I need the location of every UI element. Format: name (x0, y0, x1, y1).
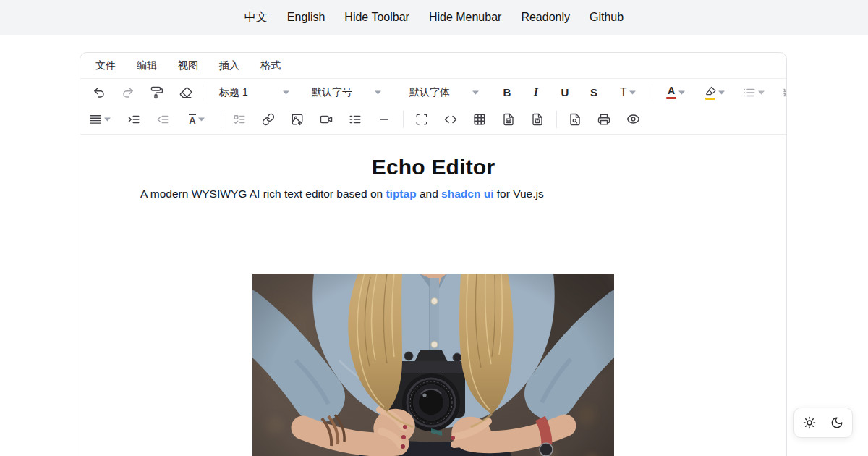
fullscreen-icon (415, 113, 428, 126)
toolbar-row-2: A (80, 106, 786, 132)
horizontal-rule-button[interactable] (373, 108, 396, 131)
redo-icon (122, 86, 135, 99)
nav-hide-menubar[interactable]: Hide Menubar (429, 11, 502, 24)
font-color-button[interactable]: A (659, 81, 692, 104)
page-title: Echo Editor (140, 154, 726, 180)
code-icon (444, 113, 457, 126)
light-mode-button[interactable] (798, 411, 821, 434)
subtitle-text: and (417, 187, 441, 200)
fullscreen-button[interactable] (410, 108, 433, 131)
font-color-icon: A (666, 85, 676, 99)
table-button[interactable] (468, 108, 491, 131)
sun-icon (803, 416, 816, 429)
dark-mode-button[interactable] (825, 411, 848, 434)
chevron-down-icon (472, 90, 479, 95)
nav-lang-english[interactable]: English (287, 11, 325, 24)
menu-insert[interactable]: 插入 (219, 59, 239, 72)
nav-hide-toolbar[interactable]: Hide Toolbar (344, 11, 409, 24)
nav-readonly[interactable]: Readonly (521, 11, 570, 24)
table-icon (473, 113, 486, 126)
image-upload-icon (291, 113, 304, 126)
clear-format-button[interactable] (174, 81, 197, 104)
indent-button[interactable] (122, 108, 145, 131)
text-style-button[interactable]: T (611, 81, 644, 104)
chevron-down-icon (198, 117, 205, 122)
task-list-icon (233, 113, 246, 126)
chevron-down-icon (283, 90, 289, 95)
table-of-contents-button[interactable] (344, 108, 367, 131)
export-word-button[interactable] (526, 108, 549, 131)
code-block-button[interactable] (439, 108, 462, 131)
subtitle: A modern WYSIWYG AI rich text editor bas… (140, 186, 726, 202)
toolbar-divider (652, 84, 652, 101)
image-upload-button[interactable] (286, 108, 309, 131)
chevron-down-icon (375, 90, 381, 95)
toolbar-divider (205, 84, 205, 101)
bold-button[interactable]: B (495, 81, 519, 104)
indent-icon (127, 113, 140, 126)
undo-button[interactable] (88, 81, 111, 104)
minus-icon (378, 113, 391, 126)
italic-button[interactable]: I (524, 81, 548, 104)
export-word-icon (531, 113, 544, 126)
tiptap-link[interactable]: tiptap (386, 187, 416, 200)
italic-icon: I (534, 87, 538, 98)
nav-github[interactable]: Github (590, 11, 624, 24)
editor-menubar: 文件 编辑 视图 插入 格式 (80, 53, 786, 79)
import-word-button[interactable] (497, 108, 520, 131)
align-button[interactable] (83, 108, 116, 131)
preview-button[interactable] (621, 108, 644, 131)
file-search-icon (569, 113, 582, 126)
find-replace-button[interactable] (563, 108, 587, 131)
underline-button[interactable]: U (553, 81, 576, 104)
format-painter-button[interactable] (145, 81, 169, 104)
heading-select-value: 标题 1 (219, 86, 248, 99)
table-of-contents-icon (349, 113, 362, 126)
highlight-color-swatch (705, 98, 715, 100)
heading-select[interactable]: 标题 1 (212, 81, 297, 104)
eraser-icon (179, 86, 192, 99)
link-button[interactable] (257, 108, 280, 131)
print-button[interactable] (592, 108, 616, 131)
editor-content[interactable]: Echo Editor A modern WYSIWYG AI rich tex… (80, 135, 786, 456)
bullet-list-icon (743, 86, 756, 99)
line-height-button[interactable]: A (180, 108, 213, 131)
moon-icon (830, 416, 843, 429)
type-icon: T (620, 87, 627, 98)
task-list-button[interactable] (228, 108, 251, 131)
nav-lang-zh[interactable]: 中文 (244, 10, 268, 25)
printer-icon (597, 113, 610, 126)
shadcn-link[interactable]: shadcn ui (441, 187, 493, 200)
undo-icon (93, 86, 106, 99)
strikethrough-button[interactable]: S (582, 81, 605, 104)
font-family-select[interactable]: 默认字体 (402, 81, 486, 104)
redo-button[interactable] (116, 81, 140, 104)
chevron-down-icon (718, 90, 725, 95)
highlight-button[interactable] (698, 81, 731, 104)
eye-icon (626, 112, 640, 126)
hero-image: ZENIT (252, 274, 614, 456)
toolbar-divider (403, 111, 404, 128)
bold-icon: B (503, 87, 511, 98)
font-size-select[interactable]: 默认字号 (305, 81, 388, 104)
menu-file[interactable]: 文件 (95, 59, 116, 72)
menu-edit[interactable]: 编辑 (137, 59, 157, 72)
toolbar-row-1: 标题 1 默认字号 默认字体 B I U S T A (80, 79, 786, 106)
editor-card: 文件 编辑 视图 插入 格式 标题 1 默认字号 (80, 52, 787, 456)
toolbar-divider (221, 111, 221, 128)
font-family-select-value: 默认字体 (409, 86, 450, 99)
highlighter-icon (705, 85, 716, 100)
subtitle-text: A modern WYSIWYG AI rich text editor bas… (140, 187, 386, 200)
subtitle-text: for Vue.js (493, 187, 543, 200)
bullet-list-button[interactable] (737, 81, 770, 104)
font-color-swatch (666, 97, 676, 99)
paint-roller-icon (150, 86, 163, 99)
menu-view[interactable]: 视图 (178, 59, 198, 72)
video-button[interactable] (315, 108, 338, 131)
ordered-list-icon (782, 86, 787, 99)
ordered-list-button[interactable] (776, 81, 787, 104)
outdent-button[interactable] (151, 108, 174, 131)
strikethrough-icon: S (590, 87, 597, 98)
import-word-icon (502, 113, 515, 126)
menu-format[interactable]: 格式 (260, 59, 281, 72)
